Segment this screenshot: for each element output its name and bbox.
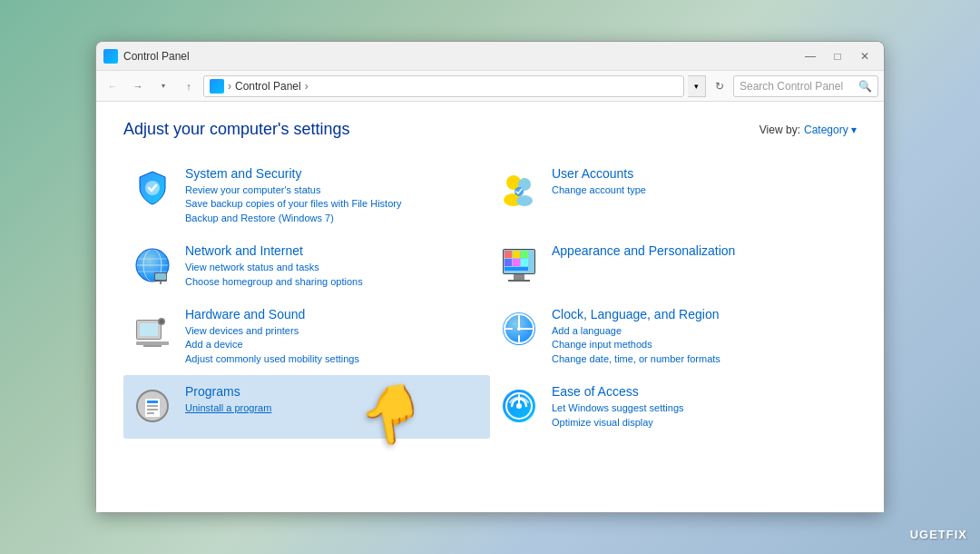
system-security-link-1[interactable]: Review your computer's status bbox=[185, 183, 483, 197]
clock-icon bbox=[497, 307, 541, 351]
ease-icon bbox=[497, 384, 541, 428]
hardware-link-1[interactable]: View devices and printers bbox=[185, 324, 483, 338]
address-dropdown[interactable]: ▾ bbox=[688, 75, 706, 97]
clock-text: Clock, Language, and Region Add a langua… bbox=[552, 307, 849, 366]
page-title: Adjust your computer's settings bbox=[123, 120, 350, 139]
svg-rect-18 bbox=[513, 251, 520, 258]
hardware-icon bbox=[131, 307, 174, 351]
svg-point-29 bbox=[160, 319, 164, 323]
content-area: Adjust your computer's settings View by:… bbox=[96, 102, 884, 512]
view-by-dropdown[interactable]: Category ▾ bbox=[804, 124, 857, 136]
back-button[interactable]: ← bbox=[102, 75, 123, 97]
breadcrumb-separator: › bbox=[228, 80, 231, 93]
programs-icon bbox=[131, 384, 174, 428]
breadcrumb-end: › bbox=[305, 80, 309, 93]
svg-rect-23 bbox=[505, 267, 528, 271]
programs-link-1[interactable]: Uninstall a program bbox=[185, 401, 483, 415]
svg-rect-14 bbox=[160, 282, 162, 284]
user-accounts-text: User Accounts Change account type bbox=[552, 166, 849, 197]
svg-rect-22 bbox=[521, 259, 528, 266]
category-network-internet[interactable]: Network and Internet View network status… bbox=[123, 234, 490, 298]
category-system-security[interactable]: System and Security Review your computer… bbox=[123, 157, 490, 234]
user-accounts-icon bbox=[497, 166, 541, 210]
svg-rect-33 bbox=[143, 345, 162, 347]
programs-title[interactable]: Programs bbox=[185, 384, 483, 399]
hardware-link-2[interactable]: Add a device bbox=[185, 338, 483, 351]
user-accounts-link-1[interactable]: Change account type bbox=[552, 183, 849, 197]
minimize-button[interactable]: — bbox=[799, 47, 822, 65]
view-by-container: View by: Category ▾ bbox=[760, 124, 857, 136]
clock-link-2[interactable]: Change input methods bbox=[552, 338, 849, 351]
network-text: Network and Internet View network status… bbox=[185, 243, 483, 289]
ease-title[interactable]: Ease of Access bbox=[552, 384, 849, 399]
main-window: Control Panel — □ ✕ ← → ▾ ↑ › Control Pa… bbox=[95, 41, 885, 513]
svg-rect-47 bbox=[147, 405, 158, 407]
view-by-label: View by: bbox=[760, 124, 800, 136]
svg-rect-49 bbox=[147, 412, 154, 414]
up-button[interactable]: ↑ bbox=[178, 75, 200, 97]
window-controls: — □ ✕ bbox=[799, 47, 877, 65]
network-icon bbox=[131, 243, 174, 287]
svg-rect-17 bbox=[505, 251, 512, 258]
svg-rect-46 bbox=[147, 401, 158, 403]
categories-grid: System and Security Review your computer… bbox=[123, 157, 857, 439]
system-security-text: System and Security Review your computer… bbox=[185, 166, 483, 225]
svg-rect-13 bbox=[155, 273, 166, 280]
svg-rect-25 bbox=[508, 280, 530, 282]
network-title[interactable]: Network and Internet bbox=[185, 243, 483, 258]
window-icon bbox=[103, 49, 118, 64]
ease-link-2[interactable]: Optimize visual display bbox=[552, 416, 849, 430]
close-button[interactable]: ✕ bbox=[853, 47, 877, 65]
clock-link-1[interactable]: Add a language bbox=[552, 324, 849, 338]
refresh-button[interactable]: ↻ bbox=[710, 76, 730, 96]
category-user-accounts[interactable]: User Accounts Change account type bbox=[490, 157, 857, 234]
category-clock-language[interactable]: Clock, Language, and Region Add a langua… bbox=[490, 298, 857, 375]
breadcrumb-text: Control Panel bbox=[235, 80, 301, 93]
search-box[interactable]: Search Control Panel 🔍 bbox=[733, 75, 878, 97]
hardware-title[interactable]: Hardware and Sound bbox=[185, 307, 483, 322]
search-placeholder: Search Control Panel bbox=[740, 80, 858, 93]
network-link-2[interactable]: Choose homegroup and sharing options bbox=[185, 275, 483, 289]
svg-rect-48 bbox=[147, 409, 158, 411]
address-icon bbox=[210, 79, 224, 94]
category-appearance[interactable]: Appearance and Personalization bbox=[490, 234, 857, 298]
ease-text: Ease of Access Let Windows suggest setti… bbox=[552, 384, 849, 430]
svg-rect-31 bbox=[140, 323, 158, 336]
maximize-button[interactable]: □ bbox=[826, 47, 849, 65]
hardware-link-3[interactable]: Adjust commonly used mobility settings bbox=[185, 352, 483, 366]
programs-text: Programs Uninstall a program bbox=[185, 384, 483, 415]
svg-rect-32 bbox=[136, 341, 169, 345]
appearance-text: Appearance and Personalization bbox=[552, 243, 849, 261]
content-header: Adjust your computer's settings View by:… bbox=[123, 120, 857, 139]
svg-rect-21 bbox=[513, 259, 520, 266]
watermark: UGETFIX bbox=[910, 528, 967, 541]
svg-point-42 bbox=[517, 327, 521, 331]
svg-rect-19 bbox=[521, 251, 528, 258]
svg-rect-24 bbox=[514, 274, 524, 280]
search-icon: 🔍 bbox=[858, 80, 872, 93]
clock-title[interactable]: Clock, Language, and Region bbox=[552, 307, 849, 322]
user-accounts-title[interactable]: User Accounts bbox=[552, 166, 849, 181]
hardware-text: Hardware and Sound View devices and prin… bbox=[185, 307, 483, 366]
category-ease-of-access[interactable]: Ease of Access Let Windows suggest setti… bbox=[490, 375, 857, 439]
system-security-title[interactable]: System and Security bbox=[185, 166, 483, 181]
category-hardware-sound[interactable]: Hardware and Sound View devices and prin… bbox=[123, 298, 490, 375]
appearance-icon bbox=[497, 243, 541, 287]
svg-point-4 bbox=[516, 195, 533, 206]
clock-link-3[interactable]: Change date, time, or number formats bbox=[552, 352, 849, 366]
address-bar: ← → ▾ ↑ › Control Panel › ▾ ↻ Search Con… bbox=[96, 71, 884, 102]
ease-link-1[interactable]: Let Windows suggest settings bbox=[552, 401, 849, 415]
svg-rect-20 bbox=[505, 259, 512, 266]
forward-button[interactable]: → bbox=[127, 75, 149, 97]
appearance-title[interactable]: Appearance and Personalization bbox=[552, 243, 849, 258]
category-programs[interactable]: Programs Uninstall a program bbox=[123, 375, 490, 439]
window-title: Control Panel bbox=[123, 50, 799, 63]
system-security-icon bbox=[131, 166, 174, 210]
system-security-link-2[interactable]: Save backup copies of your files with Fi… bbox=[185, 197, 483, 211]
recent-button[interactable]: ▾ bbox=[152, 75, 174, 97]
system-security-link-3[interactable]: Backup and Restore (Windows 7) bbox=[185, 212, 483, 225]
network-link-1[interactable]: View network status and tasks bbox=[185, 261, 483, 274]
address-field[interactable]: › Control Panel › bbox=[203, 75, 684, 97]
title-bar: Control Panel — □ ✕ bbox=[96, 42, 884, 71]
